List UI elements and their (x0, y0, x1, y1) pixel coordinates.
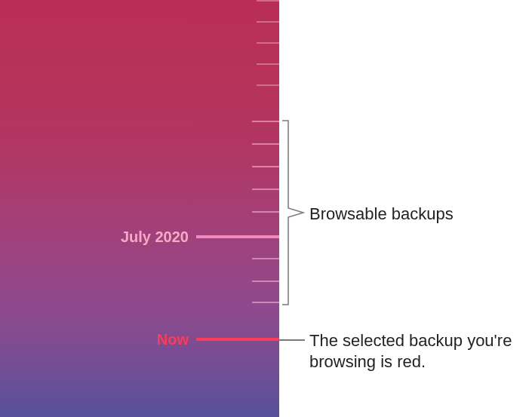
diagram-stage: July 2020 Now Browsable backups The sele… (0, 0, 532, 417)
tick (257, 63, 279, 65)
tick-browsable[interactable] (252, 166, 279, 167)
tick-browsable[interactable] (252, 281, 279, 282)
tick-now-selected[interactable] (196, 338, 279, 341)
tick-browsable[interactable] (252, 121, 279, 122)
tick (257, 84, 279, 86)
tick-browsable[interactable] (252, 189, 279, 190)
bracket-browsable (281, 119, 308, 306)
date-label: July 2020 (121, 228, 189, 246)
tick (257, 42, 279, 44)
tick-browsable[interactable] (252, 211, 279, 213)
tick-browsable[interactable] (252, 302, 279, 303)
callout-selected: The selected backup you're browsing is r… (309, 330, 521, 372)
callout-browsable: Browsable backups (309, 204, 454, 225)
tick (257, 0, 279, 2)
tick (257, 21, 279, 23)
tick-browsable[interactable] (252, 143, 279, 145)
now-label: Now (157, 331, 189, 348)
tick-browsable[interactable] (252, 258, 279, 259)
timeline-panel: July 2020 Now (0, 0, 279, 417)
connector-selected (279, 339, 305, 341)
tick-july-2020[interactable] (196, 235, 279, 238)
